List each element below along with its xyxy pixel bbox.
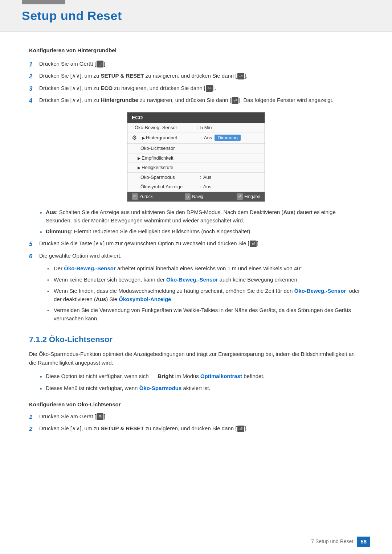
step-5: 5 Drücken Sie die Taste [∧∨] um zur gewü…: [29, 239, 363, 249]
footer-enter: ⏎ Eingabe: [237, 193, 260, 200]
bullet-72-1: • Diese Option ist nicht verfügbar, wenn…: [40, 372, 363, 381]
step-4-text: Drücken Sie [∧∨], um zu Hintergrundbe zu…: [39, 96, 363, 104]
sub-bullet-1: • Der Öko-Beweg.-Sensor arbeitet optimal…: [47, 264, 363, 273]
menu-icon-oko-1: ⊞: [97, 413, 103, 420]
sub-bullet-2-text: Wenn keine Benutzer sich bewegen, kann d…: [54, 276, 299, 284]
setup-reset-label: SETUP & RESET: [101, 73, 144, 79]
footer-back-label: Zurück: [139, 193, 153, 200]
bullet-dimmung-text: Dimmung: Hiermit reduzieren Sie die Hell…: [46, 227, 252, 236]
eco-label-empfindlichkeit: Empfindlichkeit: [132, 155, 260, 162]
bright-label: Bright: [158, 373, 173, 379]
eco-label-sparmodus: Öko-Sparmodus: [132, 174, 197, 181]
step-num-1: 1: [29, 60, 39, 69]
eco-label-helligkeitsstufe: Helligkeitsstufe: [132, 164, 260, 171]
eco-label-lichtsensor: Öko-Lichtsensor: [132, 145, 260, 152]
bullet-72-2-text: Dieses Menü ist nicht verfügbar, wenn Ök…: [46, 384, 211, 393]
eco-value-okosymbol: Aus: [203, 183, 260, 190]
section-title-72: 7.1.2 Öko-Lichtsensor: [29, 333, 363, 345]
eco-box-footer: ⊞ Zurück ◇ Navig. ⏎ Eingabe: [127, 192, 265, 202]
bullet-dot-1: •: [40, 209, 46, 217]
step-3-text: Drücken Sie [∧∨], um zu ECO zu navigiere…: [39, 84, 363, 93]
dimmung-label: Dimmung: [46, 228, 71, 234]
top-stripe-decoration: [22, 0, 65, 4]
eco-label-okosymbol: Ökosymbol-Anzeige: [132, 183, 197, 190]
step-3: 3 Drücken Sie [∧∨], um zu ECO zu navigie…: [29, 84, 363, 94]
step-num-5: 5: [29, 239, 39, 249]
oko-sensor-ref-3: Öko-Beweg.-Sensor: [294, 288, 346, 294]
aus-inline: Aus: [283, 209, 294, 215]
numbered-list-steps-1-4: 1 Drücken Sie am Gerät [⊞]. 2 Drücken Si…: [29, 60, 363, 106]
step-4: 4 Drücken Sie [∧∨], um zu Hintergrundbe …: [29, 96, 363, 106]
step-1-text: Drücken Sie am Gerät [⊞].: [39, 60, 363, 68]
setup-reset-label-2: SETUP & RESET: [101, 425, 144, 431]
step-2-text: Drücken Sie [∧∨], um zu SETUP & RESET zu…: [39, 72, 363, 80]
bullet-aus: • Aus: Schalten Sie die Anzeige aus und …: [40, 208, 363, 225]
enter-icon-oko-2: ⏎: [237, 426, 244, 432]
step-6-text: Die gewählte Option wird aktiviert.: [39, 252, 363, 260]
bullet-72-1-text: Diese Option ist nicht verfügbar, wenn s…: [46, 372, 265, 381]
numbered-list-steps-5-6: 5 Drücken Sie die Taste [∧∨] um zur gewü…: [29, 239, 363, 261]
eco-colon-2: :: [198, 134, 204, 141]
step-num-3: 3: [29, 84, 39, 94]
oko-step-num-2: 2: [29, 424, 39, 434]
oko-step-1-text: Drücken Sie am Gerät [⊞].: [39, 413, 363, 421]
konfigurieren-heading-2: Konfigurieren von Öko-Lichtsensor: [29, 401, 363, 409]
optimalkontrast-label: Optimalkontrast: [200, 373, 242, 379]
bullet-list-aus-dimmung: • Aus: Schalten Sie die Anzeige aus und …: [40, 208, 363, 237]
eco-highlight-dimmung: Dimmung: [215, 135, 241, 141]
oko-sparmodus-label: Öko-Sparmodus: [139, 385, 182, 391]
sub-bullet-list: • Der Öko-Beweg.-Sensor arbeitet optimal…: [47, 264, 363, 323]
eco-row-hintergrund: ⚙ Hintergrundbel. : Aus Dimmung: [127, 132, 265, 144]
page-title: Setup und Reset: [22, 7, 370, 25]
eco-colon-5: :: [197, 174, 203, 181]
oko-step-1: 1 Drücken Sie am Gerät [⊞].: [29, 413, 363, 422]
menu-icon-1: ⊞: [97, 61, 103, 67]
bullet-dot-2: •: [40, 228, 46, 237]
eco-row-helligkeitsstufe: Helligkeitsstufe: [127, 163, 265, 173]
page-header: Setup und Reset: [0, 0, 392, 32]
sub-bullet-3-text: Wenn Sie finden, dass die Moduswechselme…: [54, 287, 363, 303]
enter-icon-4: ⏎: [232, 97, 238, 104]
aus-label: Aus: [46, 209, 56, 215]
footer-back: ⊞ Zurück: [132, 193, 153, 200]
bullet-list-72: • Diese Option ist nicht verfügbar, wenn…: [40, 372, 363, 393]
sub-dot-4: •: [47, 307, 54, 315]
enter-icon-5: ⏎: [250, 241, 257, 247]
step-1: 1 Drücken Sie am Gerät [⊞].: [29, 60, 363, 69]
step-2: 2 Drücken Sie [∧∨], um zu SETUP & RESET …: [29, 72, 363, 81]
step-5-text: Drücken Sie die Taste [∧∨] um zur gewüns…: [39, 239, 363, 248]
footer-back-icon: ⊞: [132, 193, 138, 200]
step-6: 6 Die gewählte Option wird aktiviert.: [29, 252, 363, 261]
oko-step-2: 2 Drücken Sie [∧∨], um zu SETUP & RESET …: [29, 424, 363, 434]
aus-ref-3: Aus: [96, 296, 106, 302]
sub-bullet-3: • Wenn Sie finden, dass die Moduswechsel…: [47, 287, 363, 303]
numbered-list-oko-lichtsensor: 1 Drücken Sie am Gerät [⊞]. 2 Drücken Si…: [29, 413, 363, 434]
footer-enter-label: Eingabe: [244, 193, 260, 200]
bullet-dot-72-2: •: [40, 385, 46, 393]
eco-label-sensor: Öko-Beweg.-Sensor: [132, 124, 195, 131]
bullet-dimmung: • Dimmung: Hiermit reduzieren Sie die He…: [40, 227, 363, 237]
eco-row-lichtsensor: Öko-Lichtsensor: [127, 144, 265, 153]
footer-enter-icon: ⏎: [237, 193, 243, 200]
footer-chapter-text: 7 Setup und Reset: [311, 538, 353, 545]
sub-dot-1: •: [47, 265, 54, 273]
sub-bullet-1-text: Der Öko-Beweg.-Sensor arbeitet optimal i…: [54, 264, 304, 273]
step-num-2: 2: [29, 72, 39, 81]
hintergrundbel-label: Hintergrundbe: [101, 97, 138, 103]
footer-page-number: 58: [357, 537, 370, 547]
eco-box-rows: Öko-Beweg.-Sensor : 5 Min ⚙ Hintergrundb…: [127, 123, 265, 192]
eco-label: ECO: [101, 85, 113, 91]
enter-icon-2: ⏎: [237, 73, 244, 80]
sub-dot-2: •: [47, 276, 54, 284]
eco-row-okosymbol: Ökosymbol-Anzeige : Aus: [127, 182, 265, 192]
eco-colon-1: :: [195, 124, 200, 131]
okosymbol-ref: Ökosymbol-Anzeige: [119, 296, 171, 302]
bullet-dot-72-1: •: [40, 373, 46, 381]
section-heading-hintergrundbel: Konfigurieren von Hintergrundbel: [29, 46, 363, 55]
oko-sensor-ref-2: Öko-Beweg.-Sensor: [166, 276, 218, 283]
bullet-aus-text: Aus: Schalten Sie die Anzeige aus und ak…: [46, 208, 363, 225]
eco-value-hintergrund: Aus Dimmung: [204, 134, 260, 141]
gear-icon-hintergrund: ⚙: [132, 134, 137, 142]
bullet-72-2: • Dieses Menü ist nicht verfügbar, wenn …: [40, 384, 363, 393]
eco-box: ECO Öko-Beweg.-Sensor : 5 Min ⚙ Hintergr…: [127, 112, 265, 202]
